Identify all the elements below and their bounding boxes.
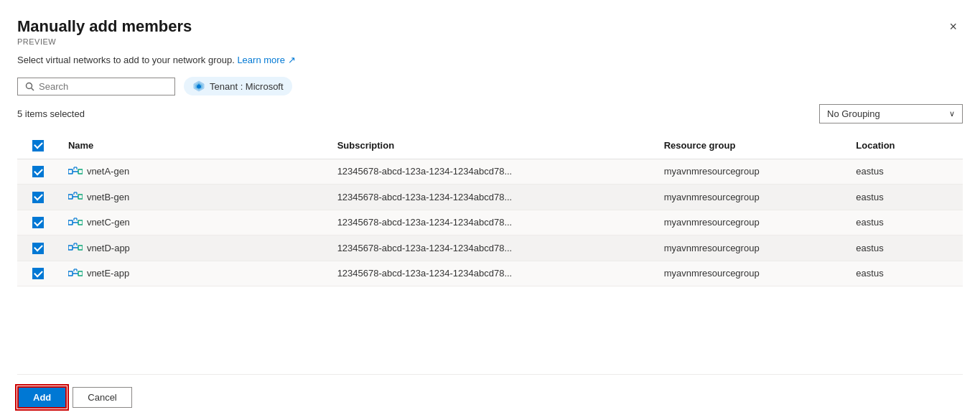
- tenant-badge: Tenant : Microsoft: [184, 77, 292, 95]
- col-header-name: Name: [60, 132, 329, 159]
- row-name-cell: vnetB-gen: [60, 185, 329, 210]
- row-name: vnetA-gen: [87, 166, 129, 177]
- vnet-icon: [68, 192, 83, 202]
- table-row: vnetC-gen 12345678-abcd-123a-1234-1234ab…: [17, 210, 963, 235]
- row-checkbox[interactable]: [32, 243, 44, 254]
- table-row: vnetB-gen 12345678-abcd-123a-1234-1234ab…: [17, 185, 963, 210]
- row-name: vnetC-gen: [87, 217, 130, 228]
- svg-rect-17: [68, 220, 73, 225]
- items-selected-label: 5 items selected: [17, 108, 85, 119]
- svg-rect-30: [78, 271, 83, 276]
- col-header-location: Location: [847, 132, 963, 159]
- row-name-cell: vnetE-app: [60, 261, 329, 286]
- row-resource-group-cell: myavnmresourcegroup: [655, 235, 848, 261]
- row-name-cell: vnetD-app: [60, 235, 329, 261]
- external-link-icon: ↗: [288, 55, 296, 65]
- row-checkbox[interactable]: [32, 192, 44, 203]
- row-name: vnetE-app: [87, 268, 129, 279]
- dialog-preview-label: PREVIEW: [17, 37, 192, 46]
- table-row: vnetD-app 12345678-abcd-123a-1234-1234ab…: [17, 235, 963, 261]
- toolbar: Tenant : Microsoft: [17, 77, 963, 95]
- grouping-dropdown[interactable]: No Grouping ∨: [819, 104, 963, 123]
- add-button[interactable]: Add: [17, 386, 67, 409]
- vnet-icon: [68, 167, 83, 177]
- row-name: vnetD-app: [87, 243, 130, 253]
- dialog-subtitle: Select virtual networks to add to your n…: [17, 55, 963, 65]
- row-checkbox[interactable]: [32, 166, 44, 177]
- table-row: vnetE-app 12345678-abcd-123a-1234-1234ab…: [17, 261, 963, 286]
- vnet-icon: [68, 243, 83, 253]
- svg-rect-23: [68, 246, 73, 250]
- chevron-down-icon: ∨: [949, 109, 955, 118]
- svg-rect-18: [78, 220, 83, 225]
- manually-add-members-dialog: Manually add members PREVIEW × Select vi…: [0, 0, 980, 420]
- grouping-label: No Grouping: [827, 108, 880, 119]
- col-header-subscription: Subscription: [329, 132, 655, 159]
- row-subscription-cell: 12345678-abcd-123a-1234-1234abcd78...: [329, 235, 655, 261]
- vnet-icon: [68, 218, 83, 228]
- select-all-header[interactable]: [17, 132, 60, 159]
- row-location-cell: eastus: [847, 235, 963, 261]
- learn-more-link[interactable]: Learn more ↗: [237, 55, 295, 65]
- svg-rect-24: [78, 246, 83, 250]
- row-checkbox-cell[interactable]: [17, 185, 60, 210]
- row-resource-group-cell: myavnmresourcegroup: [655, 210, 848, 235]
- table-header-row: Name Subscription Resource group Locatio…: [17, 132, 963, 159]
- row-checkbox-cell[interactable]: [17, 235, 60, 261]
- dialog-title: Manually add members: [17, 17, 192, 36]
- row-resource-group-cell: myavnmresourcegroup: [655, 185, 848, 210]
- members-table: Name Subscription Resource group Locatio…: [17, 132, 963, 286]
- row-location-cell: eastus: [847, 210, 963, 235]
- tenant-label: Tenant : Microsoft: [210, 81, 284, 92]
- row-name-cell: vnetA-gen: [60, 159, 329, 185]
- table-container: Name Subscription Resource group Locatio…: [17, 132, 963, 368]
- status-row: 5 items selected No Grouping ∨: [17, 104, 963, 123]
- row-subscription-cell: 12345678-abcd-123a-1234-1234abcd78...: [329, 185, 655, 210]
- svg-rect-5: [68, 169, 73, 174]
- row-location-cell: eastus: [847, 185, 963, 210]
- dialog-header: Manually add members PREVIEW ×: [17, 17, 963, 46]
- table-row: vnetA-gen 12345678-abcd-123a-1234-1234ab…: [17, 159, 963, 185]
- row-checkbox-cell[interactable]: [17, 159, 60, 185]
- row-location-cell: eastus: [847, 261, 963, 286]
- row-name: vnetB-gen: [87, 192, 129, 202]
- row-checkbox[interactable]: [32, 217, 44, 228]
- dialog-title-block: Manually add members PREVIEW: [17, 17, 192, 46]
- search-input[interactable]: [39, 81, 167, 92]
- row-subscription-cell: 12345678-abcd-123a-1234-1234abcd78...: [329, 159, 655, 185]
- select-all-checkbox[interactable]: [32, 140, 44, 151]
- row-checkbox[interactable]: [32, 268, 44, 279]
- table-body: vnetA-gen 12345678-abcd-123a-1234-1234ab…: [17, 159, 963, 286]
- search-box: [17, 78, 175, 95]
- row-subscription-cell: 12345678-abcd-123a-1234-1234abcd78...: [329, 261, 655, 286]
- row-resource-group-cell: myavnmresourcegroup: [655, 261, 848, 286]
- svg-point-0: [27, 83, 32, 88]
- col-header-resource-group: Resource group: [655, 132, 848, 159]
- svg-rect-29: [68, 271, 73, 276]
- row-checkbox-cell[interactable]: [17, 261, 60, 286]
- row-resource-group-cell: myavnmresourcegroup: [655, 159, 848, 185]
- vnet-icon: [68, 269, 83, 279]
- close-button[interactable]: ×: [943, 17, 963, 36]
- svg-rect-6: [78, 169, 83, 174]
- row-location-cell: eastus: [847, 159, 963, 185]
- row-subscription-cell: 12345678-abcd-123a-1234-1234abcd78...: [329, 210, 655, 235]
- svg-rect-11: [68, 195, 73, 199]
- cancel-button[interactable]: Cancel: [73, 387, 131, 408]
- svg-rect-12: [78, 195, 83, 199]
- footer: Add Cancel: [17, 374, 963, 420]
- row-checkbox-cell[interactable]: [17, 210, 60, 235]
- row-name-cell: vnetC-gen: [60, 210, 329, 235]
- tenant-icon: [192, 80, 205, 93]
- svg-line-1: [32, 88, 34, 90]
- search-icon: [25, 82, 34, 91]
